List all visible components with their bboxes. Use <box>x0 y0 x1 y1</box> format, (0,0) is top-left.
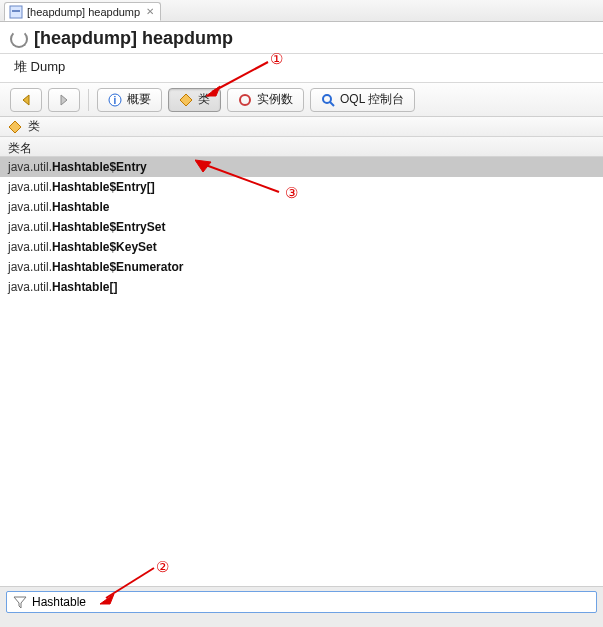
class-package: java.util. <box>8 220 52 234</box>
class-row[interactable]: java.util.Hashtable$Entry[] <box>0 177 603 197</box>
classes-label: 类 <box>198 91 210 108</box>
close-icon[interactable]: ✕ <box>146 6 154 17</box>
instances-button[interactable]: 实例数 <box>227 88 304 112</box>
window-tab-label: [heapdump] heapdump <box>27 6 140 18</box>
class-package: java.util. <box>8 260 52 274</box>
classes-section-icon <box>8 120 22 134</box>
class-name: Hashtable[] <box>52 280 117 294</box>
svg-marker-2 <box>23 95 29 105</box>
section-header: 类 <box>0 117 603 137</box>
svg-point-8 <box>323 95 331 103</box>
page-title-row: [heapdump] heapdump <box>0 22 603 54</box>
class-row[interactable]: java.util.Hashtable <box>0 197 603 217</box>
class-name: Hashtable$Enumerator <box>52 260 183 274</box>
class-row[interactable]: java.util.Hashtable$Enumerator <box>0 257 603 277</box>
class-row[interactable]: java.util.Hashtable$Entry <box>0 157 603 177</box>
arrow-left-icon <box>19 93 33 107</box>
instances-label: 实例数 <box>257 91 293 108</box>
class-package: java.util. <box>8 180 52 194</box>
class-name: Hashtable$Entry <box>52 160 147 174</box>
window-tab-bar: [heapdump] heapdump ✕ <box>0 0 603 22</box>
class-name: Hashtable$Entry[] <box>52 180 155 194</box>
oql-label: OQL 控制台 <box>340 91 404 108</box>
class-name: Hashtable <box>52 200 109 214</box>
svg-marker-3 <box>61 95 67 105</box>
section-header-label: 类 <box>28 118 40 135</box>
instances-icon <box>238 93 252 107</box>
svg-marker-10 <box>9 121 21 133</box>
page-title: [heapdump] heapdump <box>34 28 233 49</box>
window-tab[interactable]: [heapdump] heapdump ✕ <box>4 2 161 21</box>
svg-marker-11 <box>14 597 26 608</box>
class-name: Hashtable$EntrySet <box>52 220 165 234</box>
class-package: java.util. <box>8 240 52 254</box>
svg-text:i: i <box>114 95 117 106</box>
svg-marker-6 <box>180 94 192 106</box>
class-name: Hashtable$KeySet <box>52 240 157 254</box>
subheader: 堆 Dump <box>0 54 603 83</box>
class-package: java.util. <box>8 200 52 214</box>
svg-line-9 <box>330 102 334 106</box>
svg-point-7 <box>240 95 250 105</box>
loading-spinner-icon <box>10 30 28 48</box>
column-header-label: 类名 <box>8 141 32 155</box>
toolbar: i 概要 类 实例数 OQL 控制台 <box>0 83 603 117</box>
overview-button[interactable]: i 概要 <box>97 88 162 112</box>
arrow-right-icon <box>57 93 71 107</box>
oql-icon <box>321 93 335 107</box>
classes-icon <box>179 93 193 107</box>
filter-icon <box>13 595 27 609</box>
nav-back-button[interactable] <box>10 88 42 112</box>
class-package: java.util. <box>8 280 52 294</box>
overview-label: 概要 <box>127 91 151 108</box>
class-row[interactable]: java.util.Hashtable[] <box>0 277 603 297</box>
class-list[interactable]: java.util.Hashtable$Entryjava.util.Hasht… <box>0 157 603 587</box>
column-header[interactable]: 类名 <box>0 137 603 157</box>
heapdump-file-icon <box>9 5 23 19</box>
class-row[interactable]: java.util.Hashtable$EntrySet <box>0 217 603 237</box>
subheader-label: 堆 Dump <box>14 59 65 74</box>
oql-console-button[interactable]: OQL 控制台 <box>310 88 415 112</box>
svg-rect-1 <box>12 10 20 12</box>
class-package: java.util. <box>8 160 52 174</box>
info-icon: i <box>108 93 122 107</box>
classes-button[interactable]: 类 <box>168 88 221 112</box>
nav-forward-button[interactable] <box>48 88 80 112</box>
toolbar-separator <box>88 89 89 111</box>
filter-input[interactable] <box>32 595 590 609</box>
class-row[interactable]: java.util.Hashtable$KeySet <box>0 237 603 257</box>
filter-bar[interactable] <box>6 591 597 613</box>
